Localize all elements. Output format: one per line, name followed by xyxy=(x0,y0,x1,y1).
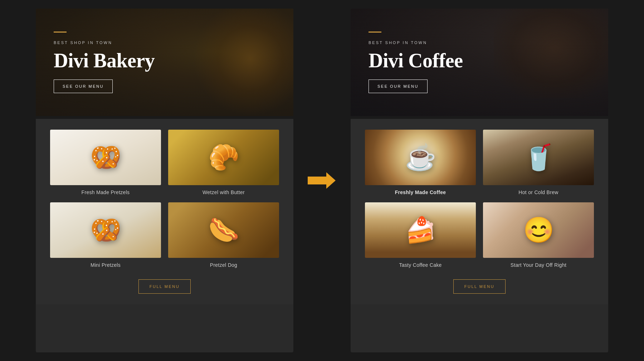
bakery-grid: 🥨 Fresh Made Pretzels 🥐 Wetzel with Butt… xyxy=(50,130,279,268)
coffee-image-cake: 🍰 xyxy=(365,202,476,258)
bakery-subtitle: BEST SHOP IN TOWN xyxy=(54,40,275,45)
bakery-accent-line xyxy=(54,32,67,33)
bakery-item-wetzel: 🥐 Wetzel with Butter xyxy=(168,130,279,195)
coffee-item-cold-brew: 🥤 Hot or Cold Brew xyxy=(483,130,594,195)
bakery-title: Divi Bakery xyxy=(54,50,275,72)
bakery-img-inner-wetzel: 🥐 xyxy=(168,130,279,185)
bakery-item-pretzel-dog: 🌭 Pretzel Dog xyxy=(168,202,279,268)
coffee-title: Divi Coffee xyxy=(369,50,590,72)
bakery-image-pretzel-dog: 🌭 xyxy=(168,202,279,258)
coffee-accent-line xyxy=(369,32,381,33)
coffee-grid: ☕ Freshly Made Coffee 🥤 Hot or Cold Brew xyxy=(365,130,594,268)
coffee-hero-content: BEST SHOP IN TOWN Divi Coffee SEE OUR ME… xyxy=(351,9,608,116)
coffee-item-latte: ☕ Freshly Made Coffee xyxy=(365,130,476,195)
svg-marker-0 xyxy=(308,172,336,189)
morning-emoji: 😊 xyxy=(523,218,554,243)
coffee-subtitle: BEST SHOP IN TOWN xyxy=(369,40,590,45)
coffee-see-menu-button[interactable]: SEE OUR MENU xyxy=(369,80,428,93)
bakery-label-fresh-pretzels: Fresh Made Pretzels xyxy=(82,189,130,195)
coffee-img-inner-latte: ☕ xyxy=(365,130,476,185)
latte-emoji: ☕ xyxy=(405,145,436,170)
bakery-content: 🥨 Fresh Made Pretzels 🥐 Wetzel with Butt… xyxy=(36,119,293,304)
bakery-see-menu-button[interactable]: SEE OUR MENU xyxy=(54,80,113,93)
bakery-label-mini-pretzels: Mini Pretzels xyxy=(91,262,121,268)
wetzel-emoji: 🥐 xyxy=(208,145,239,170)
coffee-label-cold-brew: Hot or Cold Brew xyxy=(518,189,558,195)
coffee-content: ☕ Freshly Made Coffee 🥤 Hot or Cold Brew xyxy=(351,119,608,304)
coffee-panel: BEST SHOP IN TOWN Divi Coffee SEE OUR ME… xyxy=(351,9,608,352)
coffee-image-latte: ☕ xyxy=(365,130,476,185)
bakery-item-mini-pretzels: 🥨 Mini Pretzels xyxy=(50,202,161,268)
bakery-item-fresh-pretzels: 🥨 Fresh Made Pretzels xyxy=(50,130,161,195)
bakery-footer: FULL MENU xyxy=(50,278,279,294)
coffee-label-cake: Tasty Coffee Cake xyxy=(399,262,441,268)
coffee-img-inner-morning: 😊 xyxy=(483,202,594,258)
bakery-divider xyxy=(36,116,293,119)
bakery-img-inner-pretzels: 🥨 xyxy=(50,130,161,185)
coffee-label-latte: Freshly Made Coffee xyxy=(395,189,446,195)
bakery-img-inner-dog: 🌭 xyxy=(168,202,279,258)
coffee-divider xyxy=(351,116,608,119)
coffee-full-menu-button[interactable]: FULL MENU xyxy=(453,279,506,294)
coffee-footer: FULL MENU xyxy=(365,278,594,294)
bakery-image-fresh-pretzels: 🥨 xyxy=(50,130,161,185)
coffee-img-inner-cake: 🍰 xyxy=(365,202,476,258)
coffee-label-morning: Start Your Day Off Right xyxy=(511,262,566,268)
bakery-label-pretzel-dog: Pretzel Dog xyxy=(210,262,237,268)
bakery-hero: BEST SHOP IN TOWN Divi Bakery SEE OUR ME… xyxy=(36,9,293,116)
cake-emoji: 🍰 xyxy=(405,218,436,243)
mini-pretzel-emoji: 🥨 xyxy=(90,218,121,243)
main-container: BEST SHOP IN TOWN Divi Bakery SEE OUR ME… xyxy=(0,0,644,361)
bakery-full-menu-button[interactable]: FULL MENU xyxy=(138,279,191,294)
transform-arrow-container xyxy=(308,170,336,191)
pretzel-emoji: 🥨 xyxy=(90,145,121,170)
bakery-image-wetzel: 🥐 xyxy=(168,130,279,185)
cold-brew-emoji: 🥤 xyxy=(523,145,554,170)
bakery-label-wetzel: Wetzel with Butter xyxy=(203,189,245,195)
bakery-img-inner-mini: 🥨 xyxy=(50,202,161,258)
coffee-hero: BEST SHOP IN TOWN Divi Coffee SEE OUR ME… xyxy=(351,9,608,116)
bakery-panel: BEST SHOP IN TOWN Divi Bakery SEE OUR ME… xyxy=(36,9,293,352)
coffee-image-cold-brew: 🥤 xyxy=(483,130,594,185)
coffee-item-cake: 🍰 Tasty Coffee Cake xyxy=(365,202,476,268)
bakery-image-mini-pretzels: 🥨 xyxy=(50,202,161,258)
coffee-item-morning: 😊 Start Your Day Off Right xyxy=(483,202,594,268)
transform-arrow-icon xyxy=(308,170,336,191)
coffee-image-morning: 😊 xyxy=(483,202,594,258)
bakery-hero-content: BEST SHOP IN TOWN Divi Bakery SEE OUR ME… xyxy=(36,9,293,116)
pretzel-dog-emoji: 🌭 xyxy=(208,218,239,243)
coffee-img-inner-cold-brew: 🥤 xyxy=(483,130,594,185)
